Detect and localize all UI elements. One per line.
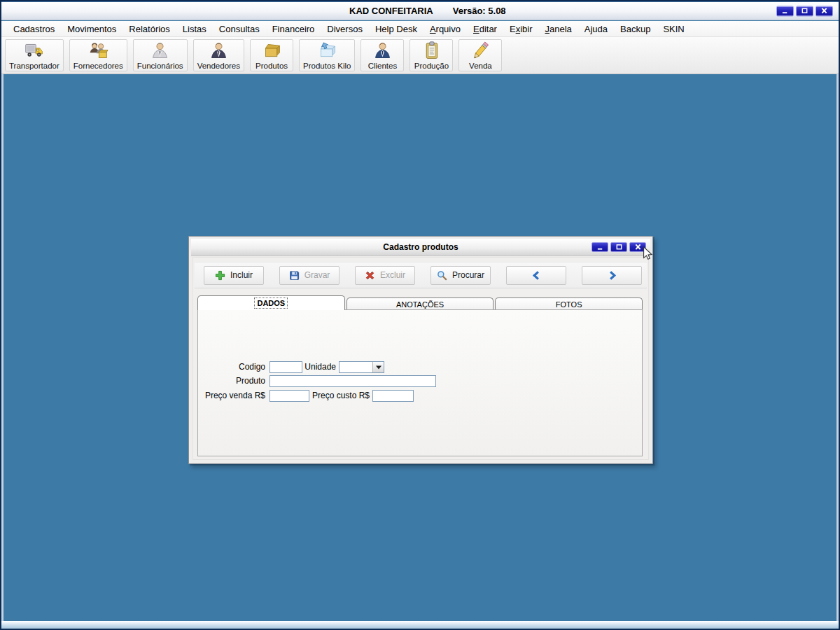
tab-label: ANOTAÇÕES <box>396 300 444 309</box>
excluir-button[interactable]: Excluir <box>355 266 415 285</box>
toolbar-button-produtos-kilo[interactable]: Produtos Kilo <box>299 39 355 71</box>
preco-custo-label: Preço custo R$ <box>303 390 370 402</box>
application-window: KAD CONFEITARIAVersão: 5.08 CadastrosMov… <box>0 0 840 630</box>
toolbar-button-vendedores[interactable]: Vendedores <box>193 39 244 71</box>
tab-page-dados: Codigo Unidade Produto Preço venda R$ Pr… <box>197 309 643 456</box>
toolbar-button-label: Vendedores <box>197 62 240 70</box>
unidade-label: Unidade <box>281 361 336 373</box>
codigo-label: Codigo <box>198 361 265 373</box>
menu-bar: CadastrosMovimentosRelatóriosListasConsu… <box>1 21 839 37</box>
pencil-icon <box>470 41 491 61</box>
toolbar-button-producao[interactable]: Produção <box>410 39 453 71</box>
clipboard-icon <box>421 41 442 61</box>
maximize-button[interactable] <box>796 6 813 16</box>
unidade-combobox[interactable] <box>339 361 384 373</box>
box-icon <box>262 41 282 61</box>
tab-fotos[interactable]: FOTOS <box>495 298 643 310</box>
button-label: Procurar <box>452 270 484 280</box>
menu-item-consultas[interactable]: Consultas <box>213 22 266 36</box>
menu-item-financeiro[interactable]: Financeiro <box>266 22 321 36</box>
glass-box-icon <box>317 41 337 61</box>
maximize-icon <box>800 8 809 15</box>
toolbar-button-venda[interactable]: Venda <box>458 39 502 71</box>
gravar-button[interactable]: Gravar <box>279 266 340 285</box>
toolbar-button-funcionarios[interactable]: Funcionários <box>133 39 188 71</box>
next-record-button[interactable] <box>582 266 642 285</box>
maximize-icon <box>615 244 624 251</box>
button-label: Incluir <box>230 270 253 280</box>
toolbar-button-fornecedores[interactable]: Fornecedores <box>69 39 127 71</box>
menu-item-janela[interactable]: Janela <box>538 22 578 36</box>
button-label: Gravar <box>304 270 330 280</box>
button-label: Excluir <box>380 270 405 280</box>
minimize-button[interactable] <box>776 6 794 16</box>
produto-input[interactable] <box>270 375 436 387</box>
tab-dados[interactable]: DADOS <box>197 295 345 310</box>
dialog-title: Cadastro produtos <box>383 242 458 252</box>
close-button[interactable] <box>816 6 833 16</box>
dialog-title-bar[interactable]: Cadastro produtos <box>191 239 650 256</box>
menu-item-exibir[interactable]: Exibir <box>503 22 539 36</box>
toolbar-button-label: Produtos <box>255 62 288 70</box>
title-bar: KAD CONFEITARIAVersão: 5.08 <box>1 1 839 20</box>
dialog-window-controls <box>592 242 646 252</box>
incluir-button[interactable]: Incluir <box>204 266 264 285</box>
menu-item-backup[interactable]: Backup <box>614 22 657 36</box>
menu-item-help-desk[interactable]: Help Desk <box>369 22 424 36</box>
menu-item-skin[interactable]: SKIN <box>657 22 690 36</box>
tab-anotacoes[interactable]: ANOTAÇÕES <box>346 298 494 310</box>
suppliers-icon <box>88 41 108 61</box>
close-icon <box>820 8 829 15</box>
app-version: Versão: 5.08 <box>453 6 506 16</box>
save-icon <box>289 270 300 281</box>
minimize-icon <box>780 8 790 15</box>
window-controls <box>776 6 833 16</box>
chevron-left-icon <box>531 270 542 281</box>
tab-label: FOTOS <box>556 300 582 309</box>
procurar-button[interactable]: Procurar <box>430 266 491 285</box>
truck-icon <box>24 41 44 61</box>
tab-label: DADOS <box>255 299 286 307</box>
menu-item-movimentos[interactable]: Movimentos <box>61 22 122 36</box>
employee-icon <box>150 41 170 61</box>
toolbar-button-label: Funcionários <box>137 62 183 70</box>
menu-item-relatorios[interactable]: Relatórios <box>122 22 176 36</box>
toolbar-button-produtos[interactable]: Produtos <box>250 39 293 71</box>
dialog-maximize-button[interactable] <box>610 242 627 252</box>
produto-label: Produto <box>198 375 265 387</box>
minimize-icon <box>596 244 605 251</box>
unidade-value <box>340 362 372 372</box>
add-icon <box>215 270 225 281</box>
unidade-dropdown-button[interactable] <box>372 362 384 372</box>
mouse-cursor <box>640 246 656 261</box>
menu-item-arquivo[interactable]: Arquivo <box>424 22 467 36</box>
menu-item-cadastros[interactable]: Cadastros <box>7 22 61 36</box>
dialog-minimize-button[interactable] <box>592 242 608 252</box>
menu-item-listas[interactable]: Listas <box>176 22 213 36</box>
app-name: KAD CONFEITARIA <box>349 6 433 16</box>
status-bar <box>1 621 839 629</box>
toolbar-button-label: Fornecedores <box>74 62 123 70</box>
preco-custo-input[interactable] <box>372 390 414 402</box>
dialog-toolbar: IncluirGravarExcluirProcurar <box>195 262 647 288</box>
menu-item-diversos[interactable]: Diversos <box>321 22 369 36</box>
toolbar-button-label: Venda <box>469 62 492 70</box>
client-icon <box>372 41 393 61</box>
previous-record-button[interactable] <box>506 266 566 285</box>
toolbar-button-label: Clientes <box>368 62 398 70</box>
search-icon <box>437 270 447 281</box>
preco-venda-label: Preço venda R$ <box>198 390 265 402</box>
toolbar-button-label: Transportador <box>9 62 59 70</box>
chevron-right-icon <box>607 270 617 281</box>
main-toolbar: TransportadorFornecedoresFuncionáriosVen… <box>1 37 839 74</box>
dialog-tab-bar: DADOSANOTAÇÕESFOTOS <box>197 298 643 310</box>
salesperson-icon <box>209 41 229 61</box>
menu-item-editar[interactable]: Editar <box>467 22 503 36</box>
menu-item-ajuda[interactable]: Ajuda <box>578 22 614 36</box>
toolbar-button-label: Produção <box>414 62 449 70</box>
chevron-down-icon <box>376 365 382 370</box>
toolbar-button-clientes[interactable]: Clientes <box>360 39 404 71</box>
dialog-cadastro-produtos: Cadastro produtos IncluirGravarExcluirPr… <box>188 236 653 464</box>
toolbar-button-transportador[interactable]: Transportador <box>5 39 64 71</box>
delete-icon <box>365 270 375 281</box>
